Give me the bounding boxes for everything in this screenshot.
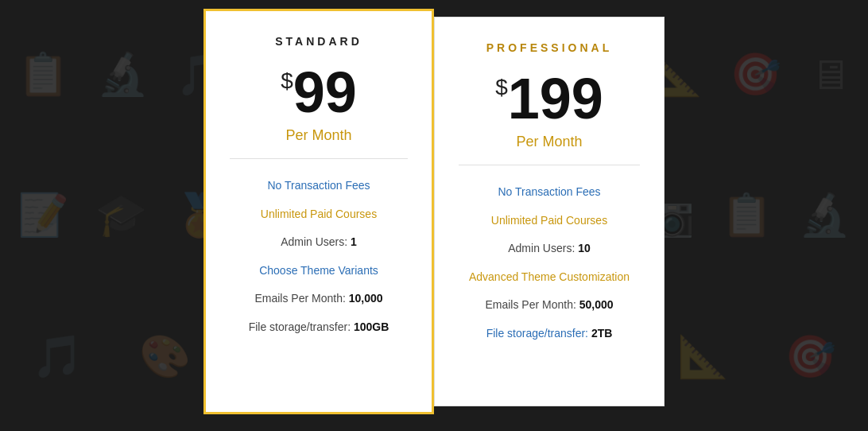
standard-divider	[230, 158, 408, 159]
standard-feature-storage: File storage/transfer: 100GB	[230, 313, 408, 342]
standard-card: STANDARD $99 Per Month No Transaction Fe…	[203, 9, 434, 414]
professional-feature-storage: File storage/transfer: 2TB	[459, 320, 640, 348]
professional-divider	[459, 165, 640, 165]
standard-feature-theme: Choose Theme Variants	[230, 257, 408, 285]
professional-title: PROFESSIONAL	[459, 41, 640, 54]
professional-feature-no-transaction: No Transaction Fees	[459, 178, 640, 207]
standard-price-symbol: $	[281, 68, 293, 93]
professional-price-block: $199	[459, 70, 640, 127]
professional-price-period: Per Month	[459, 134, 640, 150]
professional-feature-theme: Advanced Theme Customization	[459, 263, 640, 292]
professional-price-symbol: $	[495, 75, 508, 99]
professional-feature-admin-users: Admin Users: 10	[459, 235, 640, 263]
professional-card: PROFESSIONAL $199 Per Month No Transacti…	[434, 17, 665, 406]
standard-feature-admin-users: Admin Users: 1	[230, 228, 408, 257]
professional-price-number: 199	[508, 67, 603, 130]
standard-feature-no-transaction: No Transaction Fees	[230, 172, 408, 200]
professional-feature-unlimited-courses: Unlimited Paid Courses	[459, 207, 640, 235]
pricing-cards-container: STANDARD $99 Per Month No Transaction Fe…	[203, 17, 665, 414]
standard-feature-unlimited-courses: Unlimited Paid Courses	[230, 200, 408, 229]
professional-feature-emails: Emails Per Month: 50,000	[459, 291, 640, 320]
standard-title: STANDARD	[230, 35, 408, 48]
standard-price-period: Per Month	[230, 127, 408, 144]
standard-feature-emails: Emails Per Month: 10,000	[230, 285, 408, 313]
standard-price-block: $99	[230, 64, 408, 121]
standard-price-number: 99	[293, 60, 357, 124]
